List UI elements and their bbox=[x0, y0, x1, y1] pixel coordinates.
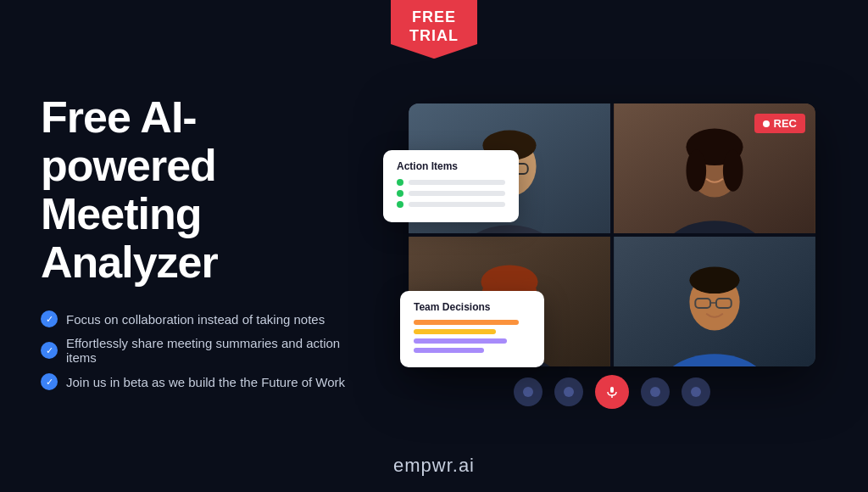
svg-point-13 bbox=[686, 149, 706, 191]
rec-dot bbox=[763, 120, 770, 127]
action-item-row-3 bbox=[397, 201, 505, 208]
ctrl-end-button[interactable] bbox=[682, 377, 710, 406]
ctrl-mic-button[interactable] bbox=[595, 375, 629, 409]
decision-line-1 bbox=[414, 320, 519, 325]
team-decisions-title: Team Decisions bbox=[414, 301, 531, 313]
rec-label: REC bbox=[774, 117, 797, 130]
ctrl-share-button[interactable] bbox=[641, 377, 670, 406]
page-wrapper: FREETRIAL Free AI-powered Meeting Analyz… bbox=[0, 0, 868, 492]
decision-line-3 bbox=[414, 338, 507, 344]
action-item-row-2 bbox=[397, 190, 505, 197]
svg-point-14 bbox=[723, 149, 743, 191]
video-controls bbox=[409, 366, 815, 414]
check-icon-2: ✓ bbox=[41, 342, 58, 359]
video-grid-wrapper: REC bbox=[409, 103, 815, 414]
feature-item-3: ✓ Join us in beta as we build the the Fu… bbox=[41, 373, 356, 390]
check-icon-3: ✓ bbox=[41, 373, 58, 390]
ctrl-mute-button[interactable] bbox=[514, 377, 542, 406]
feature-item-2: ✓ Effortlessly share meeting summaries a… bbox=[41, 336, 356, 365]
svg-point-32 bbox=[564, 387, 574, 397]
free-trial-badge[interactable]: FREETRIAL bbox=[391, 0, 477, 59]
action-line-3 bbox=[409, 202, 505, 207]
action-line-1 bbox=[409, 180, 505, 185]
bottom-brand: empwr.ai bbox=[393, 455, 475, 477]
team-decisions-card: Team Decisions bbox=[400, 291, 544, 367]
main-headline: Free AI-powered Meeting Analyzer bbox=[41, 93, 356, 288]
decision-line-4 bbox=[414, 348, 484, 353]
action-dot-1 bbox=[397, 179, 403, 186]
feature-item-1: ✓ Focus on collaboration instead of taki… bbox=[41, 310, 356, 327]
video-cell-4 bbox=[614, 237, 815, 366]
right-content: REC bbox=[356, 0, 868, 492]
action-item-row-1 bbox=[397, 179, 505, 186]
feature-text-2: Effortlessly share meeting summaries and… bbox=[66, 336, 356, 365]
action-line-2 bbox=[409, 191, 505, 196]
svg-rect-33 bbox=[610, 387, 614, 393]
badge-text: FREETRIAL bbox=[391, 0, 477, 59]
svg-point-35 bbox=[650, 387, 660, 397]
svg-point-27 bbox=[689, 267, 739, 294]
check-icon-1: ✓ bbox=[41, 310, 58, 327]
feature-text-3: Join us in beta as we build the the Futu… bbox=[66, 375, 345, 389]
rec-badge: REC bbox=[754, 114, 805, 133]
svg-point-31 bbox=[523, 387, 533, 397]
feature-text-1: Focus on collaboration instead of taking… bbox=[66, 312, 325, 327]
action-dot-2 bbox=[397, 190, 403, 197]
ctrl-video-button[interactable] bbox=[554, 377, 583, 406]
action-items-title: Action Items bbox=[397, 160, 505, 172]
svg-point-36 bbox=[691, 387, 701, 397]
decision-line-2 bbox=[414, 329, 496, 334]
brand-text: empwr.ai bbox=[393, 455, 475, 476]
action-items-card: Action Items bbox=[383, 150, 519, 222]
action-dot-3 bbox=[397, 201, 403, 208]
features-list: ✓ Focus on collaboration instead of taki… bbox=[41, 310, 356, 390]
left-content: Free AI-powered Meeting Analyzer ✓ Focus… bbox=[0, 59, 356, 433]
